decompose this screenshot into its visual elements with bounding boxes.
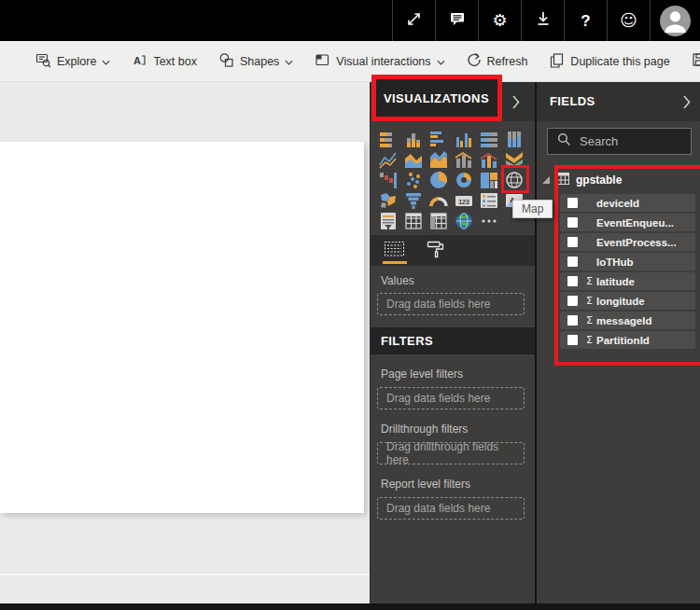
card-icon[interactable]: 123: [455, 191, 473, 210]
refresh-button[interactable]: Refresh: [467, 52, 528, 70]
help-button[interactable]: ?: [564, 0, 607, 41]
field-checkbox[interactable]: [567, 296, 578, 306]
field-checkbox[interactable]: [567, 217, 578, 228]
filter-dropzone[interactable]: Drag drillthrough fields here: [377, 442, 525, 464]
settings-button[interactable]: ⚙: [478, 0, 521, 41]
duplicate-page-label: Duplicate this page: [570, 55, 669, 68]
table-icon[interactable]: [404, 212, 423, 230]
line-chart-icon[interactable]: [379, 150, 398, 169]
fields-pane: FIELDS Search gpstable deviceIdEventEnqu…: [537, 82, 700, 603]
field-row-PartitionId[interactable]: ΣPartitionId: [560, 331, 695, 349]
search-placeholder: Search: [580, 134, 618, 148]
refresh-label: Refresh: [487, 55, 528, 68]
stacked-column-chart-icon[interactable]: [404, 130, 423, 148]
help-icon: ?: [581, 13, 590, 29]
100-stacked-bar-chart-icon[interactable]: [480, 130, 498, 148]
table-expand-icon[interactable]: [542, 176, 550, 184]
field-label: deviceId: [596, 198, 639, 209]
field-row-messageId[interactable]: ΣmessageId: [560, 312, 695, 329]
donut-chart-icon[interactable]: [455, 171, 473, 189]
field-label: EventEnqueu...: [596, 217, 674, 229]
field-row-deviceId[interactable]: deviceId: [560, 194, 695, 212]
stacked-area-chart-icon[interactable]: [429, 150, 448, 169]
multi-row-card-icon[interactable]: [480, 191, 498, 210]
filter-dropzone[interactable]: Drag data fields here: [377, 387, 525, 409]
account-button[interactable]: [650, 0, 700, 41]
field-row-EventEnqueu[interactable]: EventEnqueu...: [560, 214, 695, 231]
field-checkbox[interactable]: [567, 276, 578, 286]
fields-search-input[interactable]: Search: [547, 128, 692, 155]
explore-label: Explore: [57, 55, 96, 68]
visualizations-title: VISUALIZATIONS: [384, 91, 489, 105]
visual-interactions-icon: [315, 52, 330, 71]
clustered-column-chart-icon[interactable]: [455, 130, 473, 148]
explore-button[interactable]: Explore: [35, 52, 110, 71]
filled-map-icon[interactable]: [379, 191, 398, 210]
field-checkbox[interactable]: [567, 256, 578, 267]
chevron-right-icon: [683, 98, 691, 112]
line-and-stacked-column-chart-icon[interactable]: [455, 150, 473, 169]
comments-button[interactable]: [435, 0, 478, 41]
scatter-chart-icon[interactable]: [404, 171, 423, 189]
funnel-icon[interactable]: [404, 191, 423, 210]
values-dropzone[interactable]: Drag data fields here: [377, 293, 525, 315]
report-canvas[interactable]: [0, 142, 364, 513]
visualizations-header-highlight: VISUALIZATIONS: [371, 75, 502, 121]
matrix-icon[interactable]: [429, 212, 448, 230]
arcgis-map-icon[interactable]: [455, 212, 473, 230]
field-checkbox[interactable]: [567, 198, 578, 208]
more-options-icon[interactable]: [480, 212, 498, 230]
slicer-icon[interactable]: [379, 212, 398, 230]
feedback-button[interactable]: ☺: [607, 0, 650, 41]
values-bucket-label: Values: [381, 274, 414, 287]
text-box-button[interactable]: A Text box: [132, 52, 197, 71]
visualizations-collapse-button[interactable]: [511, 93, 522, 114]
svg-text:123: 123: [458, 199, 469, 205]
waterfall-chart-icon[interactable]: [379, 171, 398, 189]
treemap-icon[interactable]: [480, 171, 498, 189]
top-bar: ⚙ ? ☺: [0, 0, 700, 41]
field-row-EventProcess[interactable]: EventProcess...: [560, 233, 695, 251]
expand-button[interactable]: [392, 0, 435, 41]
pie-chart-icon[interactable]: [429, 171, 448, 189]
field-checkbox[interactable]: [567, 335, 578, 345]
filter-section-label: Drillthrough filters: [381, 423, 528, 436]
gauge-icon[interactable]: [429, 191, 448, 210]
download-button[interactable]: [521, 0, 564, 41]
explore-icon: [35, 52, 51, 71]
100-stacked-column-chart-icon[interactable]: [505, 130, 524, 148]
field-row-latitude[interactable]: Σlatitude: [560, 272, 695, 290]
stacked-bar-chart-icon[interactable]: [379, 130, 398, 148]
filters-title: FILTERS: [381, 334, 433, 348]
clustered-bar-chart-icon[interactable]: [429, 130, 448, 148]
filter-dropzone[interactable]: Drag data fields here: [377, 497, 525, 520]
map-tooltip: Map: [512, 200, 553, 218]
save-button[interactable]: Save: [692, 52, 700, 70]
field-row-longitude[interactable]: Σlongitude: [560, 292, 695, 310]
line-and-clustered-column-chart-icon[interactable]: [480, 150, 498, 169]
search-icon: [557, 132, 571, 150]
account-avatar: [660, 6, 691, 36]
map-icon[interactable]: [505, 171, 524, 189]
duplicate-icon: [549, 52, 565, 71]
paint-roller-icon: [427, 240, 445, 262]
text-box-label: Text box: [153, 55, 197, 68]
filter-sections: Page level filtersDrag data fields hereD…: [377, 354, 528, 520]
tab-format[interactable]: [421, 235, 451, 266]
filters-header: FILTERS: [371, 327, 535, 354]
table-gpstable[interactable]: gpstable: [542, 172, 622, 188]
filter-section-label: Page level filters: [381, 367, 528, 381]
duplicate-page-button[interactable]: Duplicate this page: [549, 52, 669, 71]
visual-interactions-button[interactable]: Visual interactions: [315, 52, 444, 71]
ribbon-chart-icon[interactable]: [505, 150, 524, 169]
fields-collapse-button[interactable]: [681, 93, 693, 114]
field-checkbox[interactable]: [567, 237, 578, 247]
shapes-label: Shapes: [240, 55, 279, 68]
field-row-IoTHub[interactable]: IoTHub: [560, 253, 695, 270]
area-chart-icon[interactable]: [404, 150, 423, 169]
fields-title: FIELDS: [550, 94, 595, 108]
shapes-button[interactable]: Shapes: [218, 52, 293, 71]
field-checkbox[interactable]: [567, 315, 578, 326]
download-icon: [535, 10, 552, 31]
tab-fields[interactable]: [380, 235, 410, 266]
